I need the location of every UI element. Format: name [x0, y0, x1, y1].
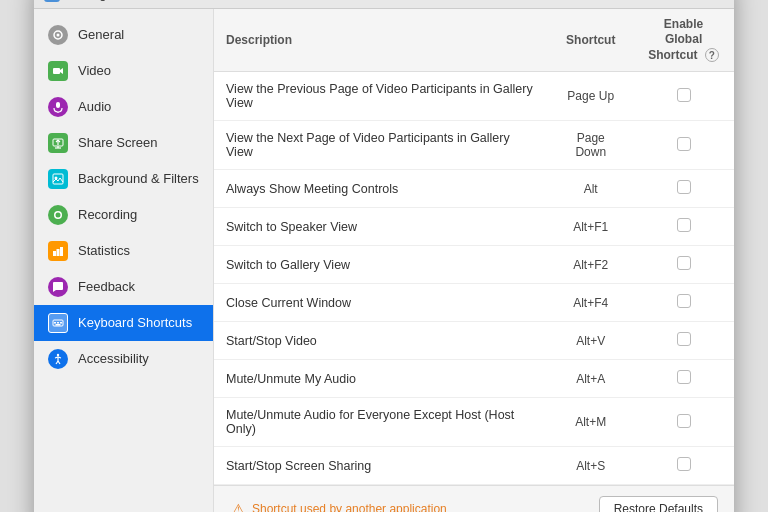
sidebar-item-feedback[interactable]: Feedback — [34, 269, 213, 305]
row-0-description: View the Previous Page of Video Particip… — [214, 72, 548, 121]
share-screen-icon — [48, 133, 68, 153]
row-0-checkbox-cell — [633, 72, 734, 121]
warning-message: ⚠ Shortcut used by another application — [230, 501, 447, 512]
row-7-checkbox[interactable] — [677, 370, 691, 384]
svg-rect-4 — [53, 68, 60, 74]
sidebar-item-video[interactable]: Video — [34, 53, 213, 89]
recording-icon — [48, 205, 68, 225]
row-1-checkbox-cell — [633, 121, 734, 170]
window-title: Settings — [66, 0, 113, 1]
row-9-checkbox-cell — [633, 447, 734, 485]
sidebar-item-statistics[interactable]: Statistics — [34, 233, 213, 269]
sidebar-item-share-screen[interactable]: Share Screen — [34, 125, 213, 161]
sidebar: GeneralVideoAudioShare ScreenBackground … — [34, 9, 214, 512]
table-row: Start/Stop VideoAlt+V — [214, 322, 734, 360]
sidebar-item-keyboard-shortcuts[interactable]: Keyboard Shortcuts — [34, 305, 213, 341]
close-button[interactable]: ✕ — [708, 0, 724, 2]
row-5-description: Close Current Window — [214, 284, 548, 322]
shortcuts-table-container: Description Shortcut Enable Global Short… — [214, 9, 734, 486]
sidebar-item-audio-label: Audio — [78, 99, 111, 114]
sidebar-item-recording[interactable]: Recording — [34, 197, 213, 233]
row-0-checkbox[interactable] — [677, 88, 691, 102]
row-6-checkbox[interactable] — [677, 332, 691, 346]
col-description: Description — [214, 9, 548, 72]
sidebar-item-general[interactable]: General — [34, 17, 213, 53]
sidebar-item-video-label: Video — [78, 63, 111, 78]
row-2-checkbox[interactable] — [677, 180, 691, 194]
row-3-checkbox-cell — [633, 208, 734, 246]
col-shortcut: Shortcut — [548, 9, 633, 72]
table-row: Switch to Speaker ViewAlt+F1 — [214, 208, 734, 246]
row-7-shortcut: Alt+A — [548, 360, 633, 398]
row-4-checkbox[interactable] — [677, 256, 691, 270]
titlebar: Z Settings ✕ — [34, 0, 734, 9]
svg-marker-5 — [60, 68, 63, 74]
table-row: Close Current WindowAlt+F4 — [214, 284, 734, 322]
row-3-description: Switch to Speaker View — [214, 208, 548, 246]
table-row: Always Show Meeting ControlsAlt — [214, 170, 734, 208]
table-row: View the Previous Page of Video Particip… — [214, 72, 734, 121]
row-5-checkbox-cell — [633, 284, 734, 322]
content-area: GeneralVideoAudioShare ScreenBackground … — [34, 9, 734, 512]
sidebar-item-audio[interactable]: Audio — [34, 89, 213, 125]
row-7-description: Mute/Unmute My Audio — [214, 360, 548, 398]
titlebar-left: Z Settings — [44, 0, 113, 2]
warning-text: Shortcut used by another application — [252, 502, 447, 512]
shortcuts-table: Description Shortcut Enable Global Short… — [214, 9, 734, 486]
row-7-checkbox-cell — [633, 360, 734, 398]
row-8-description: Mute/Unmute Audio for Everyone Except Ho… — [214, 398, 548, 447]
row-8-checkbox[interactable] — [677, 414, 691, 428]
row-5-checkbox[interactable] — [677, 294, 691, 308]
row-9-shortcut: Alt+S — [548, 447, 633, 485]
sidebar-item-share-screen-label: Share Screen — [78, 135, 158, 150]
table-row: View the Next Page of Video Participants… — [214, 121, 734, 170]
svg-rect-18 — [60, 247, 63, 256]
sidebar-item-accessibility[interactable]: Accessibility — [34, 341, 213, 377]
table-row: Start/Stop Screen SharingAlt+S — [214, 447, 734, 485]
row-1-checkbox[interactable] — [677, 137, 691, 151]
feedback-icon — [48, 277, 68, 297]
accessibility-icon — [48, 349, 68, 369]
row-5-shortcut: Alt+F4 — [548, 284, 633, 322]
svg-rect-17 — [57, 249, 60, 256]
row-0-shortcut: Page Up — [548, 72, 633, 121]
app-icon: Z — [44, 0, 60, 2]
row-2-shortcut: Alt — [548, 170, 633, 208]
svg-rect-21 — [57, 322, 59, 324]
svg-rect-16 — [53, 251, 56, 256]
svg-rect-22 — [60, 322, 62, 324]
sidebar-item-keyboard-shortcuts-label: Keyboard Shortcuts — [78, 315, 192, 330]
svg-rect-12 — [53, 174, 63, 184]
statistics-icon — [48, 241, 68, 261]
background-filters-icon — [48, 169, 68, 189]
row-3-shortcut: Alt+F1 — [548, 208, 633, 246]
row-8-shortcut: Alt+M — [548, 398, 633, 447]
row-4-shortcut: Alt+F2 — [548, 246, 633, 284]
col-global-label: Enable Global Shortcut — [648, 17, 703, 62]
row-6-checkbox-cell — [633, 322, 734, 360]
table-row: Mute/Unmute Audio for Everyone Except Ho… — [214, 398, 734, 447]
row-9-checkbox[interactable] — [677, 457, 691, 471]
sidebar-item-recording-label: Recording — [78, 207, 137, 222]
sidebar-item-background-filters[interactable]: Background & Filters — [34, 161, 213, 197]
row-9-description: Start/Stop Screen Sharing — [214, 447, 548, 485]
general-icon — [48, 25, 68, 45]
svg-point-24 — [57, 353, 59, 355]
audio-icon — [48, 97, 68, 117]
row-3-checkbox[interactable] — [677, 218, 691, 232]
row-1-description: View the Next Page of Video Participants… — [214, 121, 548, 170]
table-row: Mute/Unmute My AudioAlt+A — [214, 360, 734, 398]
warning-icon: ⚠ — [230, 501, 246, 512]
main-panel: Description Shortcut Enable Global Short… — [214, 9, 734, 512]
svg-point-15 — [56, 212, 61, 217]
row-6-shortcut: Alt+V — [548, 322, 633, 360]
restore-defaults-button[interactable]: Restore Defaults — [599, 496, 718, 512]
svg-rect-20 — [54, 322, 56, 324]
svg-rect-23 — [56, 324, 61, 326]
footer: ⚠ Shortcut used by another application R… — [214, 485, 734, 512]
row-4-checkbox-cell — [633, 246, 734, 284]
sidebar-item-feedback-label: Feedback — [78, 279, 135, 294]
sidebar-item-statistics-label: Statistics — [78, 243, 130, 258]
sidebar-item-general-label: General — [78, 27, 124, 42]
help-icon[interactable]: ? — [705, 48, 719, 62]
